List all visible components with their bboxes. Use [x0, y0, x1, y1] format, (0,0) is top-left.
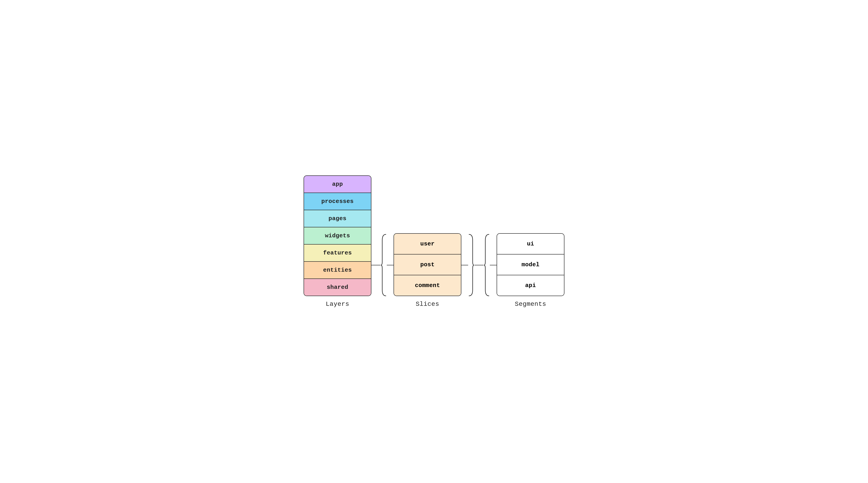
layer-features: features — [304, 245, 371, 262]
slice-post: post — [394, 255, 461, 275]
segments-label: Segments — [515, 300, 546, 308]
slices-label: Slices — [416, 300, 439, 308]
layer-pages: pages — [304, 210, 371, 227]
slices-column: user post comment Slices — [394, 233, 461, 308]
layers-column: app processes pages widgets features ent… — [304, 175, 371, 308]
left-bracket-slices — [380, 233, 387, 297]
layers-stack: app processes pages widgets features ent… — [304, 175, 371, 296]
left-bracket-segments — [484, 233, 490, 297]
architecture-diagram: app processes pages widgets features ent… — [304, 175, 564, 308]
h-line-3 — [461, 265, 468, 265]
slices-box: user post comment — [394, 233, 461, 296]
slice-user: user — [394, 234, 461, 255]
layers-to-slices-connector — [371, 233, 394, 297]
right-bracket-slices — [468, 233, 474, 297]
layer-app: app — [304, 176, 371, 193]
h-line-4 — [474, 265, 484, 265]
layers-label: Layers — [326, 300, 349, 308]
layer-entities: entities — [304, 262, 371, 279]
layer-widgets: widgets — [304, 227, 371, 245]
segments-column: ui model api Segments — [497, 233, 564, 308]
slices-to-segments-connector — [461, 233, 497, 297]
layer-processes: processes — [304, 193, 371, 210]
h-line-2 — [387, 265, 394, 265]
slice-comment: comment — [394, 275, 461, 296]
segment-model: model — [497, 255, 564, 275]
h-line-5 — [490, 265, 497, 265]
h-line-1 — [371, 265, 380, 265]
segment-api: api — [497, 275, 564, 296]
segments-box: ui model api — [497, 233, 564, 296]
segment-ui: ui — [497, 234, 564, 255]
layer-shared: shared — [304, 279, 371, 296]
